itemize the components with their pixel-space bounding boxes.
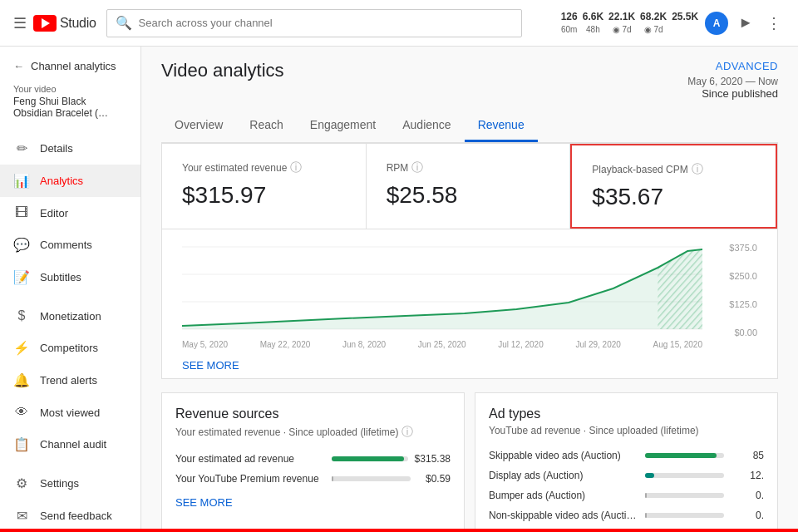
sidebar-item-channel-audit[interactable]: 📋 Channel audit [0,428,140,461]
stat-6k: 6.6K 48h [583,11,603,35]
sidebar-item-monetization[interactable]: $ Monetization [0,300,140,332]
tab-revenue[interactable]: Revenue [465,110,538,142]
date-range: May 6, 2020 — Now [687,76,778,87]
ad-types-card: Ad types YouTube ad revenue · Since uplo… [475,392,778,532]
topbar-left: ☰ Studio [13,14,96,32]
search-bar[interactable]: 🔍 [106,9,522,37]
ad-nonskippable-label: Non-skippable video ads (Auction) [489,510,638,521]
stats-block: 126 60m 6.6K 48h 22.1K ◉ 7d 68.2K ◉ 7d 2… [561,11,698,35]
sidebar-label-most-viewed: Most viewed [40,406,100,419]
tab-overview[interactable]: Overview [161,110,236,142]
revenue-sources-see-more[interactable]: SEE MORE [175,496,233,509]
youtube-icon [33,15,57,32]
svg-marker-5 [658,249,702,329]
revenue-ad-fill [332,456,404,461]
sidebar-label-subtitles: Subtitles [40,271,81,283]
metric-value-rpm: $25.58 [387,182,550,209]
info-icon-revenue-sources[interactable]: ⓘ [401,425,413,440]
eye-icon: 👁 [13,405,30,420]
sidebar-item-settings[interactable]: ⚙ Settings [0,467,140,500]
content-inner: Video analytics ADVANCED May 6, 2020 — N… [141,47,798,532]
chart-container: May 5, 2020 May 22, 2020 Jun 8, 2020 Jun… [182,243,702,356]
tab-audience[interactable]: Audience [389,110,464,142]
sidebar-item-send-feedback[interactable]: ✉ Send feedback [0,500,140,532]
info-icon-cpm[interactable]: ⓘ [692,162,703,177]
info-icon-rpm[interactable]: ⓘ [411,160,423,175]
tab-reach[interactable]: Reach [236,110,296,142]
revenue-chart [182,243,702,334]
main-layout: ← Channel analytics FENG SHUIBLACK OBSID… [0,47,798,532]
share-icon[interactable]: ► [735,11,756,35]
video-title: Feng Shui Black Obsidian Bracelet (… [0,96,140,126]
settings-icon: ⚙ [13,475,30,491]
advanced-button[interactable]: ADVANCED [716,60,778,72]
bell-icon: 🔔 [13,372,30,388]
ad-bumper-value: 0. [731,490,764,501]
your-video-label: Your video [0,79,140,96]
metric-cpm: Playback-based CPM ⓘ $35.67 [570,144,777,229]
page-title: Video analytics [161,60,284,81]
analytics-tabs: Overview Reach Engagement Audience Reven… [161,110,778,143]
bottom-progress-bar [0,529,798,532]
revenue-ad-bar [332,456,408,461]
search-input[interactable] [139,17,513,29]
metric-label-cpm: Playback-based CPM ⓘ [592,162,756,177]
revenue-premium-bar [332,476,411,481]
page-header: Video analytics ADVANCED May 6, 2020 — N… [161,60,778,100]
back-button[interactable]: ← Channel analytics [0,53,140,79]
sidebar-label-settings: Settings [40,477,79,490]
chart-see-more[interactable]: SEE MORE [182,359,239,372]
revenue-sources-subtitle: Your estimated revenue · Since uploaded … [175,425,451,440]
more-icon[interactable]: ⋮ [763,11,785,36]
comments-icon: 💬 [13,237,30,253]
sidebar-item-subtitles[interactable]: 📝 Subtitles [0,261,140,293]
subtitles-icon: 📝 [13,269,30,285]
hamburger-icon[interactable]: ☰ [13,14,27,32]
avatar[interactable]: A [705,12,728,35]
sidebar-item-details[interactable]: ✏ Details [0,132,140,165]
revenue-sources-card: Revenue sources Your estimated revenue ·… [161,392,465,532]
sidebar-label-competitors: Competitors [40,342,98,354]
stat-126: 126 60m [561,11,578,35]
sidebar-label-channel-audit: Channel audit [40,438,106,451]
sidebar-item-comments[interactable]: 💬 Comments [0,229,140,261]
play-icon [42,18,50,28]
studio-label: Studio [60,16,96,31]
revenue-row-premium: Your YouTube Premium revenue $0.59 [175,473,451,485]
chart-wrapper: May 5, 2020 May 22, 2020 Jun 8, 2020 Jun… [182,243,757,356]
stat-25k: 25.5K [672,11,698,35]
sidebar: ← Channel analytics FENG SHUIBLACK OBSID… [0,47,141,532]
ad-types-subtitle: YouTube ad revenue · Since uploaded (lif… [489,425,764,436]
tab-engagement[interactable]: Engagement [297,110,389,142]
sidebar-label-analytics: Analytics [40,175,83,187]
chart-y-labels: $375.0 $250.0 $125.0 $0.00 [716,243,757,356]
chart-area: May 5, 2020 May 22, 2020 Jun 8, 2020 Jun… [161,229,778,379]
metric-label-rpm: RPM ⓘ [387,160,550,175]
sidebar-label-trend-alerts: Trend alerts [40,374,97,387]
sidebar-item-analytics[interactable]: 📊 Analytics [0,165,140,197]
ad-bumper-label: Bumper ads (Auction) [489,490,638,501]
ad-nonskippable-bar [645,513,724,518]
sidebar-item-most-viewed[interactable]: 👁 Most viewed [0,397,140,428]
editor-icon: 🎞 [13,205,30,220]
revenue-ad-value: $315.38 [415,453,451,465]
sidebar-label-comments: Comments [40,239,92,251]
ad-display-label: Display ads (Auction) [489,470,638,481]
ad-row-display: Display ads (Auction) 12. [489,470,764,481]
sidebar-item-editor[interactable]: 🎞 Editor [0,197,140,229]
sidebar-item-competitors[interactable]: ⚡ Competitors [0,332,140,364]
revenue-premium-label: Your YouTube Premium revenue [175,473,325,485]
youtube-logo: Studio [33,15,96,32]
content-area: Video analytics ADVANCED May 6, 2020 — N… [141,47,798,532]
metric-estimated-revenue: Your estimated revenue ⓘ $315.97 [162,144,367,229]
sidebar-item-trend-alerts[interactable]: 🔔 Trend alerts [0,364,140,397]
revenue-row-ad: Your estimated ad revenue $315.38 [175,453,451,465]
chart-dates: May 5, 2020 May 22, 2020 Jun 8, 2020 Jun… [182,337,702,356]
info-icon-revenue[interactable]: ⓘ [290,160,302,175]
stat-22k: 22.1K ◉ 7d [608,11,635,35]
audit-icon: 📋 [13,436,30,452]
competitors-icon: ⚡ [13,340,30,356]
metric-value-revenue: $315.97 [182,182,346,209]
ad-row-nonskippable: Non-skippable video ads (Auction) 0. [489,510,764,521]
ad-types-title: Ad types [489,406,764,421]
